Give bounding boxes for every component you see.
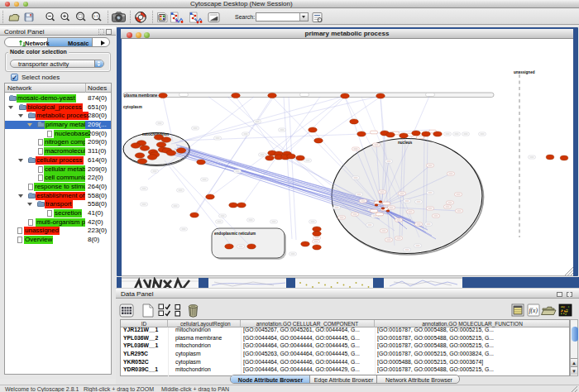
svg-text:cytoplasm: cytoplasm bbox=[123, 105, 142, 109]
svg-text:nucleus: nucleus bbox=[398, 141, 413, 145]
svg-text:f(x): f(x) bbox=[529, 307, 538, 314]
svg-text:plasma membrane: plasma membrane bbox=[124, 93, 158, 98]
svg-text:endoplasmic reticulum: endoplasmic reticulum bbox=[214, 232, 256, 236]
svg-text:unassigned: unassigned bbox=[514, 70, 535, 74]
svg-text:1:1: 1:1 bbox=[93, 14, 99, 18]
